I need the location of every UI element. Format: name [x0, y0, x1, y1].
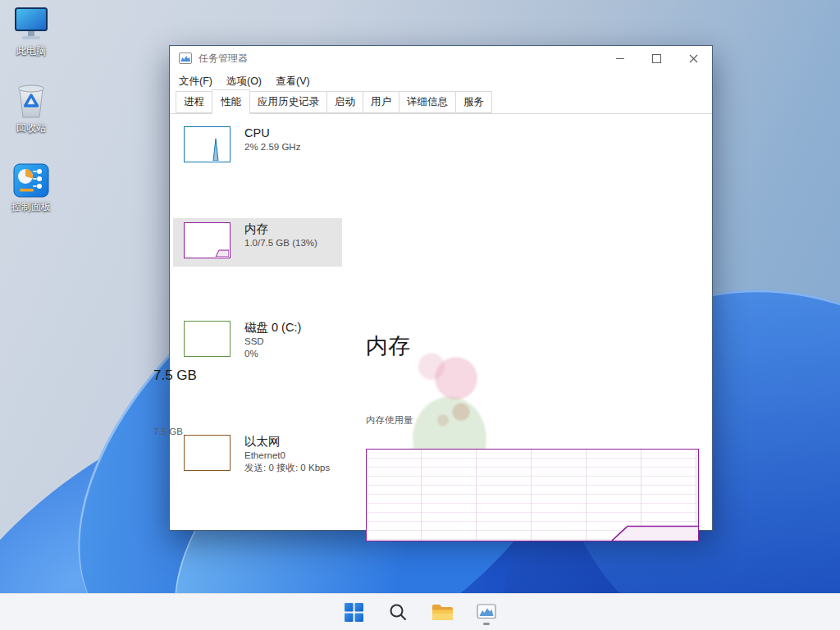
- tab-services[interactable]: 服务: [455, 91, 492, 113]
- memory-usage-series: [367, 450, 698, 541]
- memory-mini-graph: [184, 222, 231, 258]
- menu-options[interactable]: 选项(O): [225, 73, 263, 90]
- ethernet-line2: 发送: 0 接收: 0 Kbps: [244, 462, 330, 474]
- minimize-icon: [616, 58, 624, 59]
- task-manager-window: 任务管理器 文件(F) 选项(O) 查看(V) 进程 性能 应用历史记录 启动 …: [169, 45, 713, 531]
- control-panel-icon: [12, 162, 50, 199]
- file-explorer-button[interactable]: [428, 598, 456, 626]
- disk-title: 磁盘 0 (C:): [244, 319, 301, 336]
- maximize-button[interactable]: [638, 46, 675, 71]
- close-button[interactable]: [675, 46, 712, 71]
- desktop-icon-this-pc[interactable]: 此电脑: [2, 7, 61, 58]
- tab-performance[interactable]: 性能: [212, 89, 250, 114]
- recycle-bin-icon: [14, 82, 48, 120]
- sidebar-item-disk[interactable]: 磁盘 0 (C:) SSD 0%: [173, 316, 342, 372]
- running-app-indicator: [483, 623, 490, 625]
- search-icon: [388, 602, 408, 622]
- titlebar[interactable]: 任务管理器: [170, 46, 712, 71]
- task-manager-icon: [477, 604, 496, 621]
- tab-startup[interactable]: 启动: [326, 91, 363, 113]
- sidebar-item-ethernet[interactable]: 以太网 Ethernet0 发送: 0 接收: 0 Kbps: [173, 430, 342, 487]
- desktop-icon-recycle-bin[interactable]: 回收站: [2, 82, 61, 135]
- minimize-button[interactable]: [601, 46, 638, 71]
- cpu-mini-graph: [184, 126, 231, 162]
- memory-detail: 1.0/7.5 GB (13%): [244, 237, 317, 249]
- memory-page-title: 内存: [366, 331, 840, 361]
- sidebar-item-cpu[interactable]: CPU 2% 2.59 GHz: [173, 122, 342, 170]
- folder-icon: [431, 603, 454, 622]
- disk-line2: 0%: [244, 348, 301, 360]
- menu-view[interactable]: 查看(V): [274, 73, 312, 90]
- close-icon: [689, 54, 698, 63]
- menu-file[interactable]: 文件(F): [177, 73, 214, 90]
- desktop: 此电脑 回收站 控制面板: [0, 0, 840, 630]
- desktop-icon-label: 回收站: [2, 121, 61, 135]
- tab-processes[interactable]: 进程: [176, 91, 212, 113]
- start-button[interactable]: [340, 598, 368, 626]
- windows-start-icon: [344, 602, 364, 623]
- disk-line1: SSD: [244, 336, 301, 348]
- desktop-icon-label: 控制面板: [2, 200, 61, 214]
- taskbar: 英 17:22 2021/9/20 显示隐藏的图标: [0, 593, 840, 630]
- tab-app-history[interactable]: 应用历史记录: [249, 91, 327, 113]
- memory-title: 内存: [244, 221, 317, 237]
- task-manager-app-icon: [179, 52, 192, 64]
- memory-capacity: 7.5 GB: [153, 368, 696, 384]
- window-title: 任务管理器: [199, 52, 601, 66]
- task-manager-taskbar-button[interactable]: [472, 598, 500, 626]
- this-pc-icon: [12, 7, 50, 43]
- tab-bar: 进程 性能 应用历史记录 启动 用户 详细信息 服务: [170, 92, 712, 114]
- menubar: 文件(F) 选项(O) 查看(V): [170, 71, 712, 92]
- desktop-icon-label: 此电脑: [2, 44, 61, 58]
- tab-details[interactable]: 详细信息: [399, 91, 456, 113]
- cpu-detail: 2% 2.59 GHz: [244, 141, 300, 153]
- cpu-title: CPU: [244, 125, 300, 141]
- disk-mini-graph: [184, 321, 231, 357]
- usage-graph-ymax: 7.5 GB: [153, 427, 696, 436]
- ethernet-line1: Ethernet0: [244, 450, 330, 462]
- sidebar-item-memory[interactable]: 内存 1.0/7.5 GB (13%): [173, 218, 342, 267]
- search-button[interactable]: [384, 598, 412, 626]
- desktop-icon-control-panel[interactable]: 控制面板: [2, 162, 61, 214]
- maximize-icon: [652, 54, 661, 63]
- tab-users[interactable]: 用户: [363, 91, 399, 113]
- ethernet-mini-graph: [184, 435, 231, 471]
- memory-usage-graph: [366, 449, 699, 541]
- usage-graph-label: 内存使用量: [366, 414, 840, 427]
